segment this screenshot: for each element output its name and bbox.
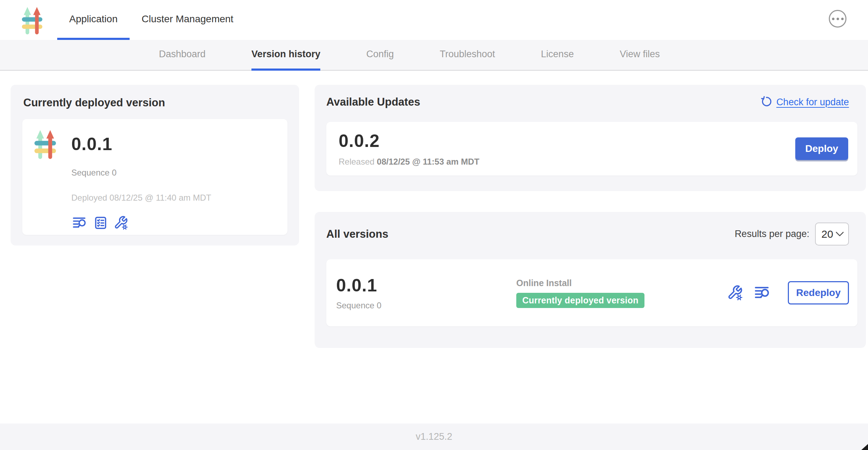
edit-config-button[interactable]	[727, 285, 743, 301]
deployed-card-title: Currently deployed version	[23, 96, 287, 109]
tab-version-history[interactable]: Version history	[251, 40, 320, 71]
tab-troubleshoot[interactable]: Troubleshoot	[440, 40, 495, 71]
deployed-timestamp: Deployed 08/12/25 @ 11:40 am MDT	[71, 193, 211, 203]
version-row: 0.0.1 Sequence 0 Online Install Currentl…	[326, 259, 857, 326]
app-level-tabs: Application Cluster Management	[57, 0, 245, 40]
preflight-checks-icon	[94, 216, 107, 230]
app-logo-icon	[32, 129, 58, 159]
update-version-number: 0.0.2	[339, 131, 479, 151]
top-navbar: Application Cluster Management	[0, 0, 868, 40]
footer: v1.125.2	[0, 424, 868, 450]
preflight-checks-button[interactable]	[94, 216, 107, 230]
row-version-number: 0.0.1	[336, 275, 516, 296]
edit-config-button[interactable]	[114, 215, 129, 230]
currently-deployed-badge: Currently deployed version	[516, 293, 644, 308]
refresh-icon	[760, 96, 772, 108]
chevron-down-icon	[836, 232, 844, 236]
top-tab-application[interactable]: Application	[57, 0, 130, 40]
tab-dashboard[interactable]: Dashboard	[159, 40, 206, 71]
tab-license[interactable]: License	[541, 40, 574, 71]
app-logo-icon	[21, 5, 43, 35]
config-icon	[114, 215, 129, 230]
row-sequence-label: Sequence 0	[336, 301, 516, 310]
release-notes-button[interactable]	[753, 285, 771, 301]
overflow-menu-button[interactable]	[829, 10, 846, 28]
results-per-page-select[interactable]: 20	[815, 223, 849, 245]
released-timestamp: Released 08/12/25 @ 11:53 am MDT	[339, 157, 479, 167]
results-per-page-label: Results per page:	[735, 229, 809, 239]
available-updates-title: Available Updates	[326, 95, 420, 109]
install-type-label: Online Install	[516, 278, 644, 288]
top-tab-cluster-management[interactable]: Cluster Management	[130, 0, 245, 40]
console-version-label: v1.125.2	[416, 431, 452, 442]
tab-view-files[interactable]: View files	[620, 40, 660, 71]
deploy-button[interactable]: Deploy	[795, 137, 848, 160]
check-for-update-link[interactable]: Check for update	[760, 96, 849, 108]
tab-config[interactable]: Config	[366, 40, 394, 71]
available-updates-card: Available Updates Check for update 0.0.2…	[315, 85, 866, 191]
deployed-version-panel: 0.0.1 Sequence 0 Deployed 08/12/25 @ 11:…	[22, 119, 287, 235]
all-versions-title: All versions	[326, 227, 388, 241]
ellipsis-icon	[832, 18, 834, 20]
deployed-sequence-label: Sequence 0	[71, 168, 211, 178]
available-update-row: 0.0.2 Released 08/12/25 @ 11:53 am MDT D…	[326, 122, 857, 176]
all-versions-card: All versions Results per page: 20 0.0.1 …	[315, 212, 866, 348]
release-notes-button[interactable]	[71, 216, 88, 230]
release-notes-icon	[71, 216, 88, 230]
config-icon	[727, 285, 743, 301]
redeploy-button[interactable]: Redeploy	[788, 281, 849, 304]
version-history-page: Application Cluster Management Dashboard…	[0, 0, 868, 450]
deployed-version-number: 0.0.1	[71, 134, 112, 154]
app-section-tabs: Dashboard Version history Config Trouble…	[0, 40, 868, 71]
release-notes-icon	[753, 285, 771, 301]
deployed-actions	[71, 215, 211, 230]
currently-deployed-card: Currently deployed version 0.0.1 Sequenc…	[11, 85, 299, 245]
